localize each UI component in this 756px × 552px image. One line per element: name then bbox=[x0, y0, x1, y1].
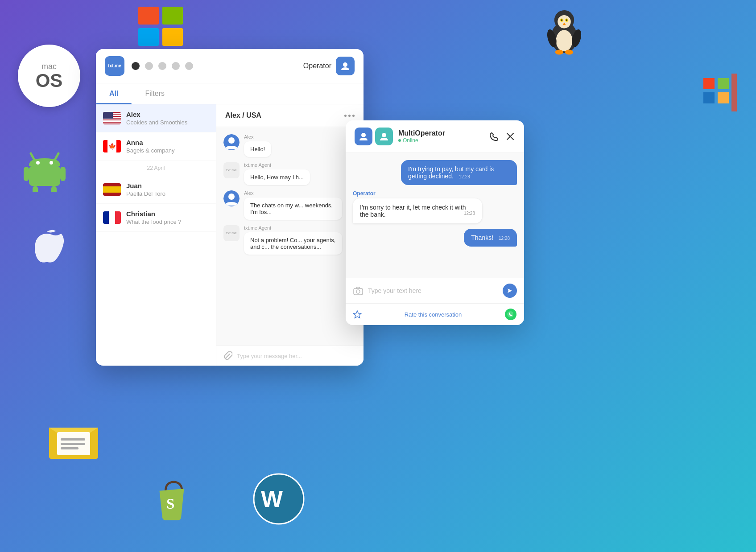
popup-bubble-1: I'm trying to pay, but my card is gettin… bbox=[401, 160, 517, 185]
send-button[interactable] bbox=[503, 284, 517, 298]
macos-icon: mac OS bbox=[18, 45, 80, 107]
svg-rect-22 bbox=[24, 167, 29, 181]
svg-rect-29 bbox=[61, 447, 78, 449]
svg-rect-1 bbox=[162, 7, 183, 25]
status-text: Online bbox=[403, 137, 418, 144]
wordpress-icon: W bbox=[252, 472, 306, 527]
agent-avatar: txt.me bbox=[223, 162, 240, 178]
dot-2 bbox=[158, 62, 166, 70]
svg-point-36 bbox=[228, 137, 235, 144]
chat-title: Alex / USA bbox=[225, 111, 261, 119]
popup-time-2: 12:28 bbox=[464, 211, 475, 216]
multiop-status: Online bbox=[398, 137, 484, 144]
flag-spain bbox=[103, 183, 121, 196]
svg-rect-2 bbox=[138, 28, 159, 46]
camera-icon[interactable] bbox=[353, 285, 364, 296]
svg-rect-3 bbox=[162, 28, 183, 46]
svg-rect-43 bbox=[354, 288, 363, 295]
contact-list: Alex Cookies and Smoothies 🍁 Anna Bagels… bbox=[96, 104, 216, 366]
rate-row: Rate this conversation bbox=[346, 303, 524, 325]
svg-point-21 bbox=[50, 161, 53, 165]
alex-message-content2: Alex The chats on my w... weekends, I'm … bbox=[244, 190, 342, 220]
contact-subtitle-anna: Bagels & company bbox=[126, 147, 209, 154]
multiop-input-area: Type your text here bbox=[346, 278, 524, 303]
svg-point-38 bbox=[228, 194, 235, 200]
svg-point-7 bbox=[558, 15, 571, 29]
svg-rect-25 bbox=[51, 186, 57, 192]
popup-text-1: I'm trying to pay, but my card is gettin… bbox=[408, 165, 494, 180]
msg-bubble-agent1: Hello, How may I h... bbox=[244, 169, 310, 185]
multiop-header: MultiOperator Online bbox=[346, 120, 524, 153]
svg-text:S: S bbox=[166, 496, 174, 512]
more-dot-1 bbox=[344, 115, 347, 117]
tab-filters[interactable]: Filters bbox=[132, 83, 178, 104]
msg-sender-agent2: txt.me Agent bbox=[244, 225, 342, 231]
operator-section: Operator bbox=[303, 57, 355, 75]
svg-point-11 bbox=[566, 19, 568, 21]
linux-icon bbox=[542, 4, 587, 66]
attachment-icon bbox=[223, 351, 232, 360]
contact-item-alex[interactable]: Alex Cookies and Smoothies bbox=[96, 104, 216, 132]
svg-point-14 bbox=[565, 50, 573, 55]
popup-text-2: I'm sorry to hear it, let me check it wi… bbox=[360, 204, 466, 218]
app-window: txt. me Operator All Filters bbox=[96, 49, 364, 366]
svg-point-44 bbox=[356, 290, 360, 293]
status-dot bbox=[398, 139, 401, 142]
multiop-avatars bbox=[355, 128, 393, 145]
whatsapp-icon[interactable] bbox=[504, 308, 517, 321]
email-icon bbox=[45, 414, 103, 465]
close-icon[interactable] bbox=[505, 132, 515, 141]
svg-rect-28 bbox=[61, 443, 85, 445]
more-dot-3 bbox=[352, 115, 355, 117]
dot-3 bbox=[172, 62, 180, 70]
msg-bubble-alex: Hello! bbox=[244, 141, 271, 157]
window-header: txt. me Operator bbox=[96, 49, 364, 83]
multiop-name: MultiOperator bbox=[398, 129, 484, 137]
multiop-avatar-1 bbox=[355, 128, 372, 145]
msg-sender-alex: Alex bbox=[244, 134, 271, 140]
tab-all[interactable]: All bbox=[96, 83, 132, 104]
alex-avatar2 bbox=[223, 190, 240, 206]
popup-sender-2: Operator bbox=[353, 190, 517, 197]
contact-subtitle-alex: Cookies and Smoothies bbox=[126, 119, 209, 126]
contact-name-juan: Juan bbox=[126, 182, 209, 189]
more-menu[interactable] bbox=[344, 115, 355, 117]
contact-name-alex: Alex bbox=[126, 111, 209, 118]
contact-name-anna: Anna bbox=[126, 139, 209, 146]
svg-point-10 bbox=[561, 19, 563, 21]
contact-item-christian[interactable]: Christian What the food price ? bbox=[96, 204, 216, 232]
multiop-input-placeholder[interactable]: Type your text here bbox=[368, 287, 498, 294]
msg-bubble-agent2: Not a problem! Co... your agents, and c.… bbox=[244, 232, 342, 255]
dot-4 bbox=[185, 62, 193, 70]
flag-france bbox=[103, 211, 121, 224]
msg-sender-agent1: txt.me Agent bbox=[244, 162, 310, 168]
contact-subtitle-juan: Paella Del Toro bbox=[126, 190, 209, 197]
contact-item-anna[interactable]: 🍁 Anna Bagels & company bbox=[96, 132, 216, 161]
date-separator: 22 April bbox=[96, 161, 216, 176]
alex-message-content: Alex Hello! bbox=[244, 134, 271, 157]
svg-point-34 bbox=[343, 62, 347, 67]
svg-rect-19 bbox=[29, 166, 60, 186]
popup-text-3: Thanks! bbox=[471, 234, 493, 241]
flag-usa bbox=[103, 112, 121, 124]
contact-info-anna: Anna Bagels & company bbox=[126, 139, 209, 154]
window-nav: All Filters bbox=[96, 83, 364, 104]
message-input-placeholder[interactable]: Type your message her... bbox=[237, 353, 356, 359]
agent-message-content1: txt.me Agent Hello, How may I h... bbox=[244, 162, 310, 185]
star-icon[interactable] bbox=[353, 310, 362, 319]
contact-info-christian: Christian What the food price ? bbox=[126, 210, 209, 225]
multiop-messages: I'm trying to pay, but my card is gettin… bbox=[346, 153, 524, 278]
joomla-icon bbox=[699, 74, 739, 115]
phone-icon[interactable] bbox=[489, 132, 499, 141]
svg-point-20 bbox=[36, 161, 40, 165]
svg-rect-27 bbox=[61, 438, 85, 441]
multiop-avatar-2 bbox=[375, 128, 393, 145]
operator-avatar[interactable] bbox=[336, 57, 355, 75]
contact-item-juan[interactable]: Juan Paella Del Toro bbox=[96, 176, 216, 204]
svg-rect-23 bbox=[60, 167, 66, 181]
rate-label[interactable]: Rate this conversation bbox=[405, 311, 462, 318]
popup-msg-1: I'm trying to pay, but my card is gettin… bbox=[353, 160, 517, 185]
agent-avatar2: txt.me bbox=[223, 225, 240, 241]
message-row-agent1: txt.me txt.me Agent Hello, How may I h..… bbox=[223, 162, 356, 185]
window-content: Alex Cookies and Smoothies 🍁 Anna Bagels… bbox=[96, 104, 364, 366]
